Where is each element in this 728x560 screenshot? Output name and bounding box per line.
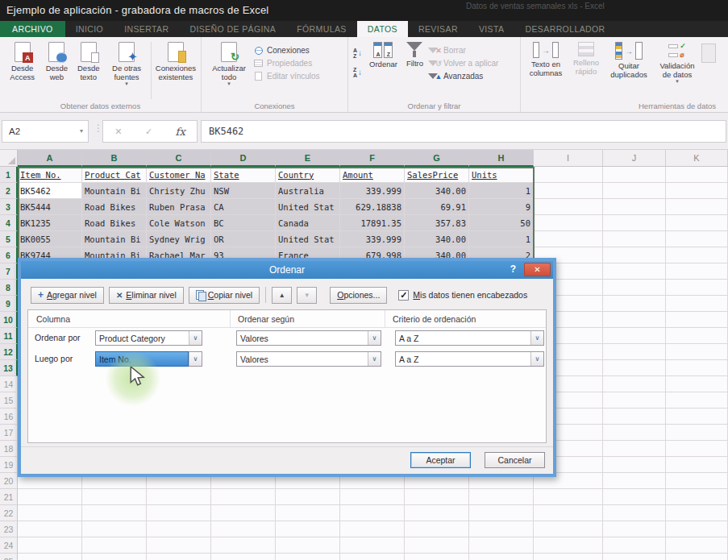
cell-E25[interactable]	[276, 554, 340, 560]
cell-I3[interactable]	[534, 199, 603, 215]
cell-A2[interactable]: BK5462	[18, 183, 82, 199]
cell-J9[interactable]	[603, 296, 666, 312]
cell-I1[interactable]	[534, 167, 603, 183]
cell-K4[interactable]	[666, 215, 728, 231]
cell-A3[interactable]: BK5444	[18, 199, 82, 215]
copiar-nivel-button[interactable]: Copiar nivel	[189, 287, 260, 304]
cell-B5[interactable]: Mountain Bi	[82, 231, 147, 247]
cell-C1[interactable]: Customer Na	[147, 167, 211, 183]
cell-G1[interactable]: SalesPrice	[405, 167, 469, 183]
row-header-7[interactable]: 7	[0, 263, 18, 280]
cell-C24[interactable]	[147, 537, 211, 554]
help-icon[interactable]: ?	[510, 263, 516, 275]
cell-H23[interactable]	[469, 521, 534, 537]
row-header-20[interactable]: 20	[0, 473, 18, 489]
cell-F1[interactable]: Amount	[340, 167, 405, 183]
row-header-4[interactable]: 4	[0, 215, 18, 231]
tab-revisar[interactable]: REVISAR	[408, 21, 468, 37]
column-header-D[interactable]: D	[211, 150, 276, 167]
cell-C4[interactable]: Cole Watson	[147, 215, 211, 231]
cell-B1[interactable]: Product Cat	[82, 167, 147, 183]
cell-E21[interactable]	[276, 489, 340, 505]
cell-G22[interactable]	[405, 505, 469, 521]
cell-F25[interactable]	[340, 554, 405, 560]
cell-B2[interactable]: Mountain Bi	[82, 183, 147, 199]
tab-archivo[interactable]: ARCHIVO	[0, 21, 65, 37]
cell-K20[interactable]	[666, 473, 728, 489]
cell-K25[interactable]	[666, 554, 728, 560]
cell-J14[interactable]	[603, 376, 666, 392]
cell-F4[interactable]: 17891.35	[340, 215, 405, 231]
row-header-1[interactable]: 1	[0, 167, 18, 183]
cell-F3[interactable]: 629.18838	[340, 199, 405, 215]
row-header-21[interactable]: 21	[0, 489, 18, 505]
column-header-A[interactable]: A	[18, 150, 82, 167]
cell-J25[interactable]	[603, 554, 666, 560]
cell-D25[interactable]	[211, 554, 276, 560]
row-header-23[interactable]: 23	[0, 521, 18, 537]
cell-J13[interactable]	[603, 360, 666, 376]
volver-a-aplicar-button[interactable]: ↺ Volver a aplicar	[430, 58, 498, 68]
cell-D24[interactable]	[211, 537, 276, 554]
cell-A23[interactable]	[18, 521, 82, 537]
chevron-down-icon[interactable]: ∨	[189, 331, 202, 345]
cell-I25[interactable]	[534, 554, 603, 560]
column-select[interactable]: Item No.∨	[95, 351, 202, 367]
cell-K22[interactable]	[666, 505, 728, 521]
row-header-22[interactable]: 22	[0, 505, 18, 521]
name-box[interactable]: A2 ▾	[2, 120, 89, 143]
sort-on-select[interactable]: Valores∨	[236, 330, 381, 346]
cell-G25[interactable]	[405, 554, 469, 560]
aceptar-button[interactable]: Aceptar	[410, 452, 471, 468]
cell-D22[interactable]	[211, 505, 276, 521]
cell-J6[interactable]	[603, 247, 666, 263]
cell-J23[interactable]	[603, 521, 666, 537]
order-select[interactable]: A a Z∨	[395, 351, 544, 367]
move-up-button[interactable]: ▲	[272, 287, 292, 304]
sort-ascending-button[interactable]: AZ ↓	[352, 47, 364, 60]
cell-K14[interactable]	[666, 376, 728, 392]
column-header-G[interactable]: G	[405, 150, 469, 167]
cell-E4[interactable]: Canada	[276, 215, 340, 231]
chevron-down-icon[interactable]: ∨	[368, 331, 381, 345]
cell-H4[interactable]: 50	[469, 215, 534, 231]
borrar-button[interactable]: ✕ Borrar	[430, 45, 498, 56]
cell-B4[interactable]: Road Bikes	[82, 215, 147, 231]
validacion-de-datos-button[interactable]: ✓ ⌀ Validación de datos ▾	[654, 40, 701, 85]
tab-vista[interactable]: VISTA	[468, 21, 515, 37]
cell-E23[interactable]	[276, 521, 340, 537]
column-header-E[interactable]: E	[276, 150, 340, 167]
order-select[interactable]: A a Z∨	[395, 330, 544, 346]
row-header-11[interactable]: 11	[0, 328, 18, 344]
cell-H1[interactable]: Units	[469, 167, 534, 183]
row-header-19[interactable]: 19	[0, 457, 18, 473]
cell-J17[interactable]	[603, 425, 666, 441]
texto-en-columnas-button[interactable]: → Texto en columnas	[525, 40, 567, 79]
cell-J18[interactable]	[603, 441, 666, 457]
cell-B24[interactable]	[82, 537, 147, 554]
cell-G23[interactable]	[405, 521, 469, 537]
relleno-rapido-button[interactable]: Relleno rápido	[568, 40, 604, 77]
cell-H3[interactable]: 9	[469, 199, 534, 215]
cell-A4[interactable]: BK1235	[18, 215, 82, 231]
chevron-down-icon[interactable]: ▾	[80, 127, 83, 135]
cell-B25[interactable]	[82, 554, 147, 560]
cell-K24[interactable]	[666, 537, 728, 554]
cell-K18[interactable]	[666, 441, 728, 457]
cell-D21[interactable]	[211, 489, 276, 505]
cell-K21[interactable]	[666, 489, 728, 505]
cell-A5[interactable]: BK0055	[18, 231, 82, 247]
cell-K11[interactable]	[666, 328, 728, 344]
column-header-J[interactable]: J	[603, 150, 666, 167]
tab-diseño-de-página[interactable]: DISEÑO DE PÁGINA	[179, 21, 286, 37]
column-header-I[interactable]: I	[534, 150, 603, 167]
cell-J3[interactable]	[603, 199, 666, 215]
insert-function-icon[interactable]: fx	[176, 126, 185, 138]
row-header-17[interactable]: 17	[0, 425, 18, 441]
cell-H24[interactable]	[469, 537, 534, 554]
tab-insertar[interactable]: INSERTAR	[114, 21, 179, 37]
cell-J16[interactable]	[603, 409, 666, 425]
row-header-10[interactable]: 10	[0, 312, 18, 328]
cell-F5[interactable]: 339.999	[340, 231, 405, 247]
checkbox-checked-icon[interactable]: ✓	[398, 290, 409, 301]
